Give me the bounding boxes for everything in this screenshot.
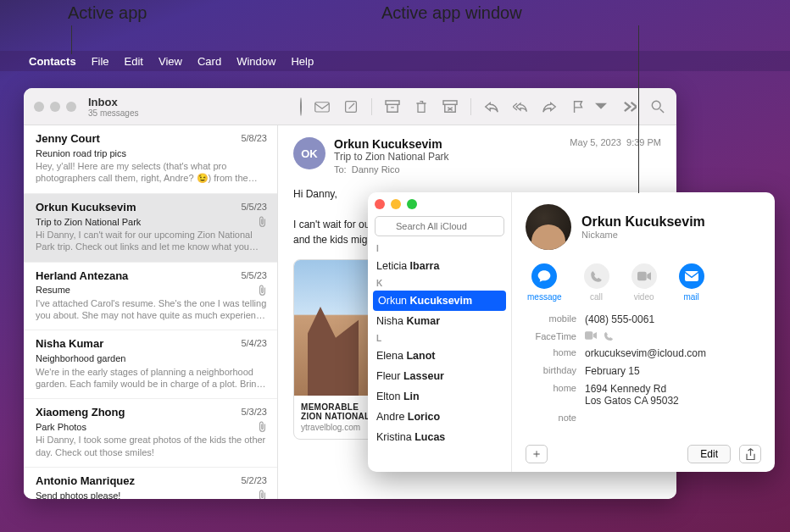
- svg-rect-0: [315, 102, 330, 111]
- action-label: video: [634, 292, 654, 302]
- add-field-button[interactable]: ＋: [526, 445, 548, 463]
- flag-dropdown-icon[interactable]: [595, 97, 607, 117]
- menu-help[interactable]: Help: [291, 55, 314, 68]
- email-value: orkucuksevim@icloud.com: [585, 347, 761, 359]
- action-label: message: [527, 292, 562, 302]
- contact-item[interactable]: Fleur Lasseur: [368, 366, 511, 386]
- contact-item[interactable]: Kristina Lucas: [368, 427, 511, 447]
- message-item[interactable]: Nisha Kumar5/4/23Neighborhood gardenWe'r…: [24, 330, 277, 399]
- close-button[interactable]: [34, 102, 44, 112]
- video-button[interactable]: video: [631, 263, 657, 302]
- call-button[interactable]: call: [584, 263, 609, 302]
- contact-item[interactable]: Elton Lin: [368, 386, 511, 407]
- msg-preview: Hi Danny, I took some great photos of th…: [36, 434, 267, 458]
- address-line-2: Los Gatos CA 95032: [585, 395, 761, 407]
- traffic-lights: [34, 102, 76, 112]
- edit-button[interactable]: Edit: [687, 445, 731, 463]
- contact-item[interactable]: Andre Lorico: [368, 407, 511, 427]
- attachment-icon: [258, 285, 267, 298]
- msg-preview: Hi Danny, I can't wait for our upcoming …: [36, 229, 267, 253]
- search-input[interactable]: [375, 216, 504, 236]
- contact-item[interactable]: Leticia Ibarra: [368, 256, 511, 276]
- callout-line: [638, 25, 639, 193]
- contact-nickname: Nickame: [581, 230, 705, 240]
- contact-avatar: [526, 204, 571, 250]
- fullscreen-button[interactable]: [66, 102, 76, 112]
- field-label: mobile: [526, 313, 576, 325]
- contact-item[interactable]: Nisha Kumar: [368, 311, 511, 331]
- msg-date: 5/8/23: [241, 132, 267, 147]
- toolbar-separator: [371, 98, 372, 115]
- contacts-window: ILeticia IbarraKOrkun KucuksevimNisha Ku…: [368, 192, 775, 472]
- msg-date: 5/5/23: [241, 201, 267, 215]
- contact-item[interactable]: Orkun Kucuksevim: [373, 291, 506, 311]
- sender-avatar: OK: [293, 137, 325, 169]
- overflow-icon[interactable]: [617, 97, 641, 117]
- new-message-icon[interactable]: [310, 97, 334, 117]
- forward-icon[interactable]: [537, 97, 561, 117]
- message-item[interactable]: Jenny Court5/8/23Reunion road trip picsH…: [24, 125, 277, 194]
- minimize-button[interactable]: [391, 199, 401, 209]
- menu-bar: Contacts File Edit View Card Window Help: [0, 51, 790, 71]
- reply-all-icon[interactable]: [509, 97, 532, 117]
- menu-edit[interactable]: Edit: [125, 55, 143, 68]
- menu-file[interactable]: File: [92, 55, 109, 68]
- msg-preview: I've attached Carol's resume. She's the …: [36, 297, 267, 322]
- annotation-layer: Active app Active app window: [0, 0, 790, 51]
- svg-rect-3: [443, 100, 457, 103]
- trash-icon[interactable]: [409, 97, 433, 117]
- msg-sender: Antonio Manriquez: [36, 474, 135, 489]
- contact-item[interactable]: Elena Lanot: [368, 346, 511, 366]
- section-header: K: [368, 276, 511, 291]
- close-button[interactable]: [375, 199, 385, 209]
- section-header: L: [368, 331, 511, 346]
- filter-button[interactable]: [300, 97, 302, 116]
- mail-button[interactable]: mail: [679, 263, 704, 302]
- message-item[interactable]: Xiaomeng Zhong5/3/23Park PhotosHi Danny,…: [24, 399, 277, 468]
- note-value: [585, 413, 761, 423]
- msg-subject: Send photos please!: [36, 490, 267, 499]
- attachment-icon: [258, 421, 267, 435]
- msg-date: 5/2/23: [241, 474, 267, 489]
- msg-sender: Herland Antezana: [36, 269, 128, 284]
- view-date: May 5, 2023: [570, 137, 621, 147]
- message-item[interactable]: Orkun Kucuksevim5/5/23Trip to Zion Natio…: [24, 194, 277, 263]
- traffic-lights: [375, 199, 504, 209]
- mailbox-name: Inbox: [88, 96, 300, 108]
- msg-sender: Nisha Kumar: [36, 337, 103, 352]
- contacts-list[interactable]: ILeticia IbarraKOrkun KucuksevimNisha Ku…: [368, 241, 511, 472]
- contact-name: Orkun Kucuksevim: [581, 214, 705, 230]
- message-button[interactable]: message: [527, 263, 562, 302]
- minimize-button[interactable]: [50, 102, 60, 112]
- message-item[interactable]: Herland Antezana5/5/23ResumeI've attache…: [24, 263, 277, 331]
- menu-card[interactable]: Card: [198, 55, 221, 68]
- contacts-search[interactable]: [375, 216, 504, 236]
- contact-fields: mobile(408) 555-0061 FaceTime homeorkucu…: [526, 313, 761, 429]
- share-button[interactable]: [739, 445, 761, 463]
- fullscreen-button[interactable]: [407, 199, 417, 209]
- archive-icon[interactable]: [381, 97, 404, 117]
- search-icon[interactable]: [646, 97, 670, 117]
- svg-rect-2: [386, 100, 399, 103]
- msg-sender: Jenny Court: [36, 132, 100, 147]
- msg-sender: Orkun Kucuksevim: [36, 201, 136, 215]
- menu-app-name[interactable]: Contacts: [29, 55, 76, 68]
- flag-icon[interactable]: [566, 97, 590, 117]
- field-label: birthday: [526, 365, 576, 377]
- attachment-icon: [258, 216, 267, 230]
- mail-toolbar-buttons: [310, 97, 676, 117]
- junk-icon[interactable]: [438, 97, 462, 117]
- msg-date: 5/4/23: [241, 337, 267, 352]
- callout-line: [71, 25, 72, 54]
- view-sender: Orkun Kucuksevim: [334, 137, 561, 151]
- facetime-icons[interactable]: [585, 331, 761, 341]
- msg-date: 5/3/23: [241, 406, 267, 420]
- compose-icon[interactable]: [339, 97, 363, 117]
- message-item[interactable]: Antonio Manriquez5/2/23Send photos pleas…: [24, 468, 277, 499]
- mailbox-title: Inbox 35 messages: [88, 96, 300, 118]
- menu-view[interactable]: View: [159, 55, 182, 68]
- menu-window[interactable]: Window: [236, 55, 275, 68]
- message-list[interactable]: Jenny Court5/8/23Reunion road trip picsH…: [24, 125, 278, 499]
- msg-subject: Trip to Zion National Park: [36, 216, 267, 228]
- reply-icon[interactable]: [480, 97, 503, 117]
